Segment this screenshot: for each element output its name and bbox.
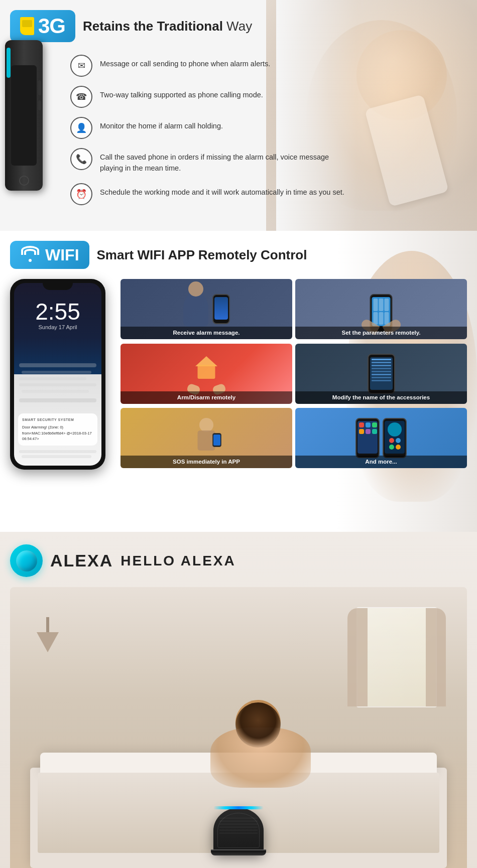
alexa-brand-text: ALEXA xyxy=(50,551,113,570)
grid-cell-more: And more... xyxy=(295,408,467,468)
alexa-orb-icon xyxy=(16,550,37,571)
cell-modify-label: Modify the name of the accessories xyxy=(295,391,467,404)
alexa-base-ring xyxy=(211,849,266,855)
device-body xyxy=(5,40,43,191)
feature-item: ⏰ Schedule the working mode and it will … xyxy=(70,183,462,205)
grid-cell-arm: Arm/Disarm remotely xyxy=(121,344,292,404)
feature-text-2: Two-way talking supported as phone calli… xyxy=(100,86,263,101)
alexa-header: ALEXA HELLO ALEXA xyxy=(10,544,467,577)
wifi-content: 2:55 Sunday 17 April SMART SECURITY SYST… xyxy=(10,279,467,470)
alexa-title: HELLO ALEXA xyxy=(121,553,236,569)
section-3g: 3G Retains the Traditional Way ✉ Message… xyxy=(0,0,477,231)
3g-title: Retains the Traditional Way xyxy=(83,19,252,34)
device-image xyxy=(5,40,50,201)
alexa-scene xyxy=(10,587,467,868)
phone-date: Sunday 17 April xyxy=(38,324,77,330)
callback-icon: 📞 xyxy=(70,148,92,170)
wifi-grid: Receive alarm message. xyxy=(121,279,467,470)
feature-text-4: Call the saved phone in orders if missin… xyxy=(100,148,351,174)
3g-badge-text: 3G xyxy=(38,14,65,38)
feature-item: ☎ Two-way talking supported as phone cal… xyxy=(70,86,462,108)
phone-frame: 2:55 Sunday 17 April SMART SECURITY SYST… xyxy=(10,279,105,470)
cell-more-label: And more... xyxy=(295,456,467,468)
cell-params-label: Set the parameters remotely. xyxy=(295,327,467,339)
wifi-badge-text: WIFI xyxy=(45,246,79,264)
grid-cell-sos: SOS immediately in APP xyxy=(121,408,292,468)
monitor-icon: 👤 xyxy=(70,117,92,139)
section-wifi: WIFI Smart WIFI APP Remotely Control 2:5… xyxy=(0,231,477,532)
grid-cell-params: Set the parameters remotely. xyxy=(295,279,467,339)
feature-text-1: Message or call sending to phone when al… xyxy=(100,55,270,70)
curtain-right xyxy=(426,608,446,706)
alexa-badge xyxy=(10,544,43,577)
phone-call-icon: ☎ xyxy=(70,86,92,108)
3g-header: 3G Retains the Traditional Way xyxy=(10,10,462,42)
phone-mockup: 2:55 Sunday 17 April SMART SECURITY SYST… xyxy=(10,279,110,470)
cell-sos-label: SOS immediately in APP xyxy=(121,456,292,468)
3g-badge: 3G xyxy=(10,10,75,42)
grid-cell-alarm: Receive alarm message. xyxy=(121,279,292,339)
feature-text-5: Schedule the working mode and it will wo… xyxy=(100,183,344,198)
alexa-speaker xyxy=(213,808,264,853)
phone-time: 2:55 xyxy=(35,298,80,325)
wall-lamp xyxy=(35,617,60,657)
schedule-icon: ⏰ xyxy=(70,183,92,205)
feature-item: ✉ Message or call sending to phone when … xyxy=(70,55,462,77)
alexa-device xyxy=(213,808,264,853)
wifi-title: Smart WIFI APP Remotely Control xyxy=(97,247,307,263)
sim-icon xyxy=(20,17,34,35)
window-area xyxy=(356,607,437,707)
section-alexa: ALEXA HELLO ALEXA xyxy=(0,532,477,868)
message-icon: ✉ xyxy=(70,55,92,77)
features-list: ✉ Message or call sending to phone when … xyxy=(70,55,462,205)
notif-text: Door Alarming! (Zone: 0) from<MAC:10e6b6… xyxy=(22,424,93,442)
cell-arm-label: Arm/Disarm remotely xyxy=(121,391,292,404)
3g-title-light: Way xyxy=(226,19,252,34)
wifi-header: WIFI Smart WIFI APP Remotely Control xyxy=(10,241,467,269)
feature-text-3: Monitor the home if alarm call holding. xyxy=(100,117,223,132)
curtain-left xyxy=(347,608,368,706)
grid-cell-modify: Modify the name of the accessories xyxy=(295,344,467,404)
feature-item: 📞 Call the saved phone in orders if miss… xyxy=(70,148,462,174)
person-figure xyxy=(220,700,311,788)
phone-notification: SMART SECURITY SYSTEM Door Alarming! (Zo… xyxy=(18,413,97,446)
phone-screen: 2:55 Sunday 17 April SMART SECURITY SYST… xyxy=(14,283,101,466)
feature-item: 👤 Monitor the home if alarm call holding… xyxy=(70,117,462,139)
phone-notch xyxy=(43,279,73,290)
notif-header: SMART SECURITY SYSTEM xyxy=(22,417,93,422)
wifi-badge: WIFI xyxy=(10,241,89,269)
3g-title-bold: Retains the Traditional xyxy=(83,19,223,34)
alexa-light-ring xyxy=(213,806,264,809)
cell-alarm-label: Receive alarm message. xyxy=(121,327,292,339)
